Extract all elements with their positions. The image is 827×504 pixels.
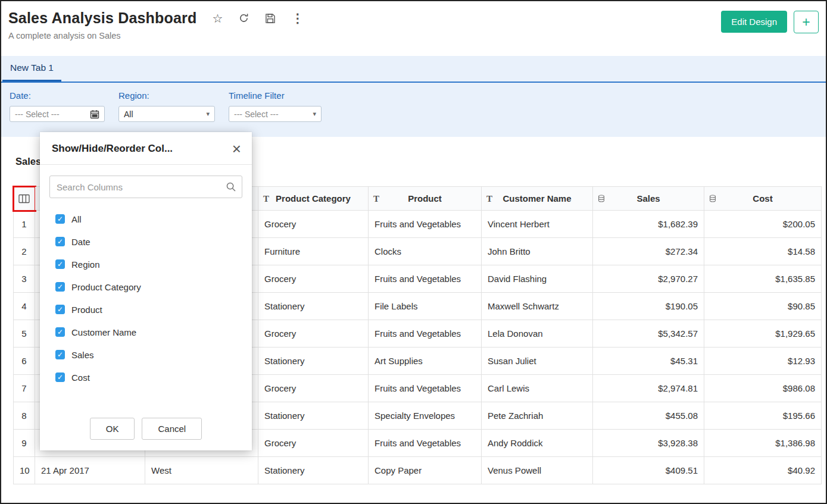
cell-num: 1: [14, 211, 35, 238]
cell-cust: Pete Zachriah: [482, 402, 593, 430]
cell-sales: $2,974.81: [593, 375, 704, 402]
region-filter-group: Region: All ▾: [118, 90, 215, 137]
cell-num: 8: [14, 402, 35, 430]
favorite-star-icon[interactable]: ☆: [213, 12, 223, 24]
cell-cust: Venus Powell: [482, 457, 593, 484]
column-checkbox-item-date[interactable]: ✓Date: [55, 230, 242, 253]
cell-num: 7: [14, 375, 35, 402]
save-icon[interactable]: [265, 13, 276, 24]
cell-cat: Grocery: [258, 430, 369, 457]
number-type-icon: [709, 194, 716, 203]
cell-prod: File Labels: [369, 293, 482, 320]
checkbox-checked-icon[interactable]: ✓: [55, 327, 65, 337]
cell-sales: $409.51: [593, 457, 704, 484]
cell-sales: $5,342.57: [593, 320, 704, 348]
cell-cat: Stationery: [258, 457, 369, 484]
cell-cost: $200.05: [704, 211, 822, 238]
more-options-icon[interactable]: ⋮: [291, 12, 304, 24]
cell-prod: Art Supplies: [369, 348, 482, 375]
checkbox-checked-icon[interactable]: ✓: [55, 237, 65, 246]
page-title: Sales Analysis Dashboard: [8, 10, 197, 27]
cell-cust: Lela Donovan: [482, 320, 593, 348]
show-hide-columns-dialog: Show/Hide/Reorder Col... × ✓All✓Date✓Reg…: [40, 132, 252, 450]
cell-prod: Copy Paper: [369, 457, 482, 484]
column-checkbox-label: Date: [71, 237, 90, 247]
column-checkbox-label: Product Category: [71, 282, 141, 292]
column-checkbox-item-product[interactable]: ✓Product: [55, 298, 242, 321]
number-type-icon: [598, 194, 605, 203]
column-header-product-category[interactable]: TProduct Category: [258, 187, 369, 211]
title-block: Sales Analysis Dashboard ☆ ⋮: [8, 10, 304, 56]
column-header-label: Sales: [636, 193, 660, 204]
column-header-label: Customer Name: [503, 193, 571, 204]
cell-prod: Fruits and Vegetables: [369, 265, 482, 293]
cell-cat: Stationery: [258, 348, 369, 375]
cell-cost: $986.08: [704, 375, 822, 402]
tab-new-tab-1[interactable]: New Tab 1: [2, 56, 61, 82]
cell-cat: Grocery: [258, 375, 369, 402]
edit-design-button[interactable]: Edit Design: [721, 11, 787, 33]
column-header-sales[interactable]: Sales: [593, 187, 704, 211]
caret-down-icon: ▾: [313, 110, 316, 118]
column-checkbox-label: Region: [71, 259, 100, 270]
date-filter-select[interactable]: --- Select ---: [10, 106, 105, 122]
cell-num: 9: [14, 430, 35, 457]
timeline-filter-select[interactable]: --- Select --- ▾: [229, 106, 322, 122]
close-icon[interactable]: ×: [232, 141, 241, 156]
ok-button[interactable]: OK: [90, 418, 135, 440]
page-subtitle: A complete analysis on Sales: [8, 31, 304, 40]
column-checkbox-list: ✓All✓Date✓Region✓Product Category✓Produc…: [55, 208, 242, 389]
timeline-filter-group: Timeline Filter --- Select --- ▾: [229, 90, 322, 137]
header-actions: Edit Design +: [721, 10, 819, 56]
checkbox-checked-icon[interactable]: ✓: [55, 350, 65, 359]
column-checkbox-label: Customer Name: [71, 327, 136, 337]
column-header-label: Cost: [753, 193, 772, 204]
tab-bar: New Tab 1: [1, 56, 826, 83]
cell-num: 3: [14, 265, 35, 293]
region-filter-select[interactable]: All ▾: [118, 106, 215, 122]
cell-cat: Grocery: [258, 320, 369, 348]
region-filter-label: Region:: [118, 90, 215, 101]
cell-cat: Grocery: [258, 211, 369, 238]
checkbox-checked-icon[interactable]: ✓: [55, 372, 65, 382]
cell-num: 10: [14, 457, 35, 484]
app-header: Sales Analysis Dashboard ☆ ⋮: [1, 1, 826, 56]
calendar-icon[interactable]: [90, 109, 99, 119]
cell-sales: $2,970.27: [593, 265, 704, 293]
column-checkbox-item-cost[interactable]: ✓Cost: [55, 366, 242, 389]
column-checkbox-label: Cost: [71, 372, 90, 383]
checkbox-checked-icon[interactable]: ✓: [55, 259, 65, 269]
text-type-icon: T: [373, 193, 379, 204]
cancel-button[interactable]: Cancel: [142, 418, 202, 440]
cell-prod: Fruits and Vegetables: [369, 211, 482, 238]
checkbox-checked-icon[interactable]: ✓: [55, 305, 65, 314]
column-chooser-icon[interactable]: [18, 194, 30, 204]
table-row: 1021 Apr 2017WestStationeryCopy PaperVen…: [14, 457, 822, 484]
dialog-header: Show/Hide/Reorder Col... ×: [40, 132, 252, 165]
cell-cat: Stationery: [258, 293, 369, 320]
caret-down-icon: ▾: [206, 110, 210, 118]
column-chooser-button[interactable]: [14, 187, 35, 211]
column-header-label: Product: [408, 193, 442, 204]
date-filter-label: Date:: [10, 90, 105, 101]
checkbox-checked-icon[interactable]: ✓: [55, 214, 65, 224]
add-button[interactable]: +: [794, 11, 819, 33]
column-header-cost[interactable]: Cost: [704, 187, 822, 211]
search-columns-input[interactable]: [49, 176, 242, 198]
checkbox-checked-icon[interactable]: ✓: [55, 282, 65, 292]
column-checkbox-item-product-category[interactable]: ✓Product Category: [55, 276, 242, 298]
column-checkbox-item-all[interactable]: ✓All: [55, 208, 242, 230]
cell-cust: Andy Roddick: [482, 430, 593, 457]
column-header-customer-name[interactable]: TCustomer Name: [482, 187, 593, 211]
date-filter-value: --- Select ---: [15, 109, 90, 119]
cell-cust: John Britto: [482, 238, 593, 265]
column-checkbox-item-customer-name[interactable]: ✓Customer Name: [55, 321, 242, 343]
refresh-icon[interactable]: [238, 12, 249, 24]
date-filter-group: Date: --- Select ---: [10, 90, 105, 137]
column-header-product[interactable]: TProduct: [369, 187, 482, 211]
cell-cust: Carl Lewis: [482, 375, 593, 402]
column-checkbox-item-sales[interactable]: ✓Sales: [55, 343, 242, 366]
cell-cost: $195.66: [704, 402, 822, 430]
column-checkbox-label: Sales: [71, 350, 94, 360]
column-checkbox-item-region[interactable]: ✓Region: [55, 253, 242, 276]
